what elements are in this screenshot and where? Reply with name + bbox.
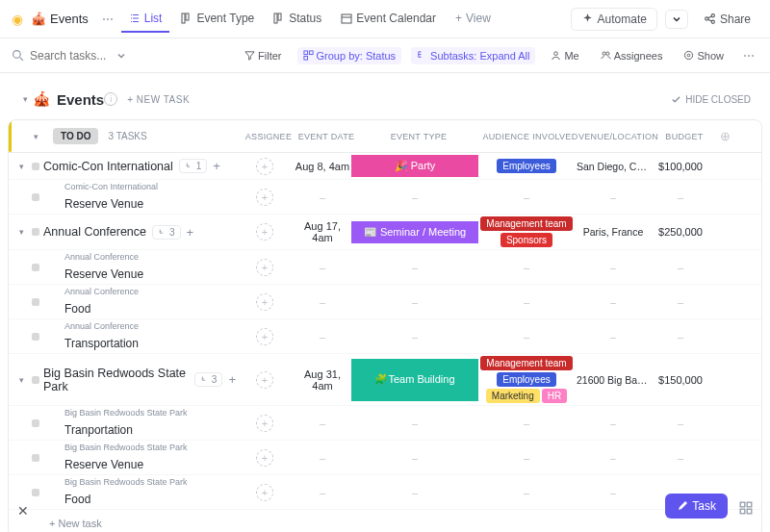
type-cell[interactable]: – <box>351 296 478 308</box>
assignee-cell[interactable]: + <box>236 415 294 432</box>
task-name[interactable]: Big Basin Redwoods State Park 3 + <box>43 367 236 393</box>
subtask-row[interactable]: Big Basin Redwoods State Park Tranportat… <box>9 406 761 441</box>
venue-cell[interactable]: San Diego, CA, USA <box>575 161 652 172</box>
venue-cell[interactable]: – <box>575 296 652 308</box>
filter-more-icon[interactable]: ⋯ <box>739 46 758 65</box>
group-title[interactable]: 🎪 Events <box>33 90 104 108</box>
tab-event-type[interactable]: Event Type <box>173 6 262 33</box>
col-audience[interactable]: AUDIENCE INVOLVED <box>482 132 578 141</box>
col-venue[interactable]: VENUE/LOCATION <box>578 132 655 141</box>
audience-cell[interactable]: – <box>478 329 575 344</box>
subtask-name[interactable]: Big Basin Redwoods State Park Reserve Ve… <box>43 443 236 471</box>
date-cell[interactable]: – <box>294 296 351 308</box>
date-cell[interactable]: Aug 8, 4am <box>294 161 351 172</box>
type-cell[interactable]: 📰 Seminar / Meeting <box>351 221 478 243</box>
date-cell[interactable]: – <box>294 487 351 498</box>
type-cell[interactable]: 🧩Team Building <box>351 359 478 401</box>
group-caret-icon[interactable]: ▾ <box>23 94 33 104</box>
venue-cell[interactable]: – <box>575 487 652 498</box>
hide-closed-button[interactable]: HIDE CLOSED <box>671 94 751 105</box>
add-subtask-button[interactable]: + <box>213 159 220 173</box>
subtask-name[interactable]: Annual Conference Reserve Venue <box>43 253 236 281</box>
venue-cell[interactable]: 21600 Big Basin Way, ... <box>575 374 652 386</box>
row-caret-icon[interactable]: ▾ <box>19 227 29 237</box>
close-button[interactable]: ✕ <box>17 503 29 519</box>
status-dot-icon[interactable] <box>32 163 39 170</box>
status-dot-icon[interactable] <box>32 193 39 201</box>
assignee-cell[interactable]: + <box>236 293 294 311</box>
budget-cell[interactable]: $150,000 <box>652 374 709 386</box>
col-event-date[interactable]: EVENT DATE <box>297 132 355 141</box>
subtasks-button[interactable]: Subtasks: Expand All <box>411 47 535 64</box>
status-caret-icon[interactable]: ▾ <box>34 132 43 141</box>
audience-cell[interactable]: – <box>478 294 575 310</box>
title-more-icon[interactable]: ⋯ <box>98 10 117 29</box>
subtask-name[interactable]: Annual Conference Food <box>43 288 236 316</box>
filter-button[interactable]: Filter <box>239 47 287 64</box>
assignee-cell[interactable]: + <box>236 189 294 206</box>
tab-list[interactable]: List <box>121 6 170 33</box>
audience-tag[interactable]: Employees <box>497 372 555 387</box>
venue-cell[interactable]: – <box>575 418 652 429</box>
date-cell[interactable]: – <box>294 262 351 273</box>
venue-cell[interactable]: – <box>575 262 652 273</box>
budget-cell[interactable]: – <box>652 331 709 342</box>
audience-tag[interactable]: Management team <box>480 356 572 370</box>
search-chevron-icon[interactable] <box>116 51 126 61</box>
task-row[interactable]: ▾ Big Basin Redwoods State Park 3 + + Au… <box>9 354 761 406</box>
me-button[interactable]: Me <box>545 47 584 64</box>
type-cell[interactable]: – <box>351 452 478 464</box>
budget-cell[interactable]: – <box>652 191 709 203</box>
venue-cell[interactable]: – <box>575 452 652 464</box>
subtask-count[interactable]: 3 <box>152 225 181 240</box>
info-icon[interactable]: i <box>104 92 117 106</box>
subtask-row[interactable]: Big Basin Redwoods State Park Reserve Ve… <box>9 441 761 475</box>
status-dot-icon[interactable] <box>32 298 39 306</box>
budget-cell[interactable]: $100,000 <box>652 161 709 172</box>
status-dot-icon[interactable] <box>32 454 39 462</box>
subtask-name[interactable]: Big Basin Redwoods State Park Food <box>43 478 236 506</box>
create-task-button[interactable]: Task <box>665 494 728 519</box>
share-button[interactable]: Share <box>696 9 758 30</box>
date-cell[interactable]: Aug 17, 4am <box>294 220 351 243</box>
assignee-cell[interactable]: + <box>236 158 294 175</box>
new-task-row[interactable]: + New task <box>9 510 761 532</box>
subtask-name[interactable]: Big Basin Redwoods State Park Tranportat… <box>43 409 236 437</box>
date-cell[interactable]: – <box>294 331 351 342</box>
type-cell[interactable]: – <box>351 418 478 429</box>
subtask-row[interactable]: Big Basin Redwoods State Park Food + – –… <box>9 475 761 510</box>
audience-cell[interactable]: Management teamEmployeesMarketingHR <box>478 354 575 405</box>
subtask-row[interactable]: Annual Conference Reserve Venue + – – – … <box>9 250 761 285</box>
assignee-cell[interactable]: + <box>236 328 294 345</box>
row-caret-icon[interactable]: ▾ <box>19 162 29 171</box>
status-dot-icon[interactable] <box>32 419 39 427</box>
type-cell[interactable]: – <box>351 262 478 273</box>
assignee-cell[interactable]: + <box>236 223 294 241</box>
status-dot-icon[interactable] <box>32 228 39 236</box>
status-dot-icon[interactable] <box>32 489 39 496</box>
assignee-cell[interactable]: + <box>236 259 294 276</box>
audience-tag[interactable]: Sponsors <box>500 233 552 247</box>
type-cell[interactable]: – <box>351 191 478 203</box>
subtask-name[interactable]: Comic-Con International Reserve Venue <box>43 183 236 211</box>
show-button[interactable]: Show <box>678 47 730 64</box>
date-cell[interactable]: – <box>294 418 351 429</box>
task-row[interactable]: ▾ Comic-Con International 1 + + Aug 8, 4… <box>9 153 761 180</box>
task-name[interactable]: Comic-Con International 1 + <box>43 159 236 173</box>
add-subtask-button[interactable]: + <box>187 225 194 240</box>
doc-title[interactable]: 🎪 Events <box>31 12 89 26</box>
assignees-button[interactable]: Assignees <box>595 47 669 64</box>
col-event-type[interactable]: EVENT TYPE <box>355 132 482 141</box>
task-row[interactable]: ▾ Annual Conference 3 + + Aug 17, 4am 📰 … <box>9 215 761 250</box>
audience-tag[interactable]: HR <box>542 389 567 403</box>
date-cell[interactable]: – <box>294 452 351 464</box>
col-budget[interactable]: BUDGET <box>655 132 713 141</box>
expand-button[interactable] <box>735 497 757 519</box>
status-dot-icon[interactable] <box>32 333 39 341</box>
date-cell[interactable]: Aug 31, 4am <box>294 368 351 392</box>
type-cell[interactable]: – <box>351 487 478 498</box>
groupby-button[interactable]: Group by: Status <box>297 47 402 64</box>
budget-cell[interactable]: – <box>652 418 709 429</box>
assignee-cell[interactable]: + <box>236 371 294 389</box>
tab-status[interactable]: Status <box>266 6 329 33</box>
